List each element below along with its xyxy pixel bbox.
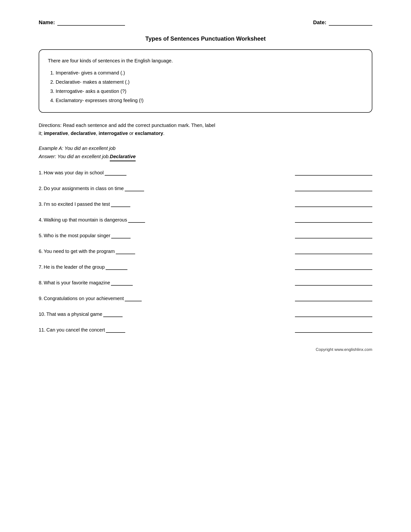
example-block: Example A: You did an excellent job Answ… (39, 144, 372, 161)
exercise-left: 2. Do your assignments in class on time (39, 186, 144, 191)
exercise-item: 6. You need to get with the program (39, 249, 372, 254)
date-label: Date: (313, 19, 326, 26)
exercise-text: That was a physical game (47, 312, 102, 317)
directions-line1: Directions: Read each sentence and add t… (39, 123, 215, 128)
info-box: There are four kinds of sentences in the… (39, 49, 372, 113)
label-blank (295, 316, 372, 317)
directions-imperative: imperative (44, 131, 68, 136)
label-blank (295, 175, 372, 176)
exercise-number: 1. (39, 170, 43, 176)
example-line2: Answer: You did an excellent job. Declar… (39, 152, 372, 161)
directions-interrogative: interrogative (99, 131, 128, 136)
list-item: 2. Declarative- makes a statement (.) (50, 78, 363, 86)
label-blank (295, 222, 372, 223)
punctuation-blank (111, 238, 131, 238)
exercise-left: 8. What is your favorite magazine (39, 280, 133, 285)
punctuation-blank (128, 222, 145, 223)
exercise-left: 3. I'm so excited I passed the test (39, 201, 130, 207)
date-line (329, 25, 372, 26)
punctuation-blank (106, 332, 125, 333)
example-line1: Example A: You did an excellent job (39, 144, 372, 152)
exercise-item: 3. I'm so excited I passed the test (39, 201, 372, 207)
exercise-item: 8. What is your favorite magazine (39, 280, 372, 285)
directions-or: or (128, 131, 135, 136)
exercise-left: 10. That was a physical game (39, 312, 122, 317)
exercise-item: 1. How was your day in school (39, 170, 372, 176)
exercise-item: 10. That was a physical game (39, 312, 372, 317)
name-field: Name: (39, 19, 125, 26)
name-line (57, 25, 125, 26)
directions-declarative: declarative (71, 131, 96, 136)
list-item: 3. Interrogative- asks a question (?) (50, 87, 363, 95)
exercise-number: 10. (39, 312, 46, 317)
exercise-text: I'm so excited I passed the test (44, 201, 110, 207)
exercise-number: 3. (39, 201, 43, 207)
punctuation-blank (106, 269, 127, 270)
exercise-text: Congratulations on your achievement (44, 296, 124, 301)
directions-exclamatory: exclamatory (135, 131, 163, 136)
name-label: Name: (39, 19, 55, 26)
label-blank (295, 238, 372, 238)
punctuation-blank (111, 285, 133, 285)
exercise-number: 6. (39, 249, 43, 254)
copyright: Copyright www.englishlinx.com (39, 347, 372, 352)
list-item: 1. Imperative- gives a command (.) (50, 69, 363, 77)
sentence-types-list: 1. Imperative- gives a command (.) 2. De… (48, 69, 363, 104)
exercise-text: How was your day in school (44, 170, 104, 176)
label-blank (295, 285, 372, 285)
label-blank (295, 207, 372, 207)
exercise-number: 7. (39, 264, 43, 270)
directions-end: . (163, 131, 165, 136)
exercise-number: 4. (39, 217, 43, 223)
punctuation-blank (125, 191, 144, 191)
exercise-item: 2. Do your assignments in class on time (39, 186, 372, 191)
exercise-text: Can you cancel the concert (47, 327, 105, 333)
exercise-item: 11. Can you cancel the concert (39, 327, 372, 333)
exercise-list: 1. How was your day in school 2. Do your… (39, 170, 372, 333)
example-answer-plain: Answer: You did an excellent job. (39, 154, 110, 159)
directions: Directions: Read each sentence and add t… (39, 121, 372, 137)
directions-sep1: , (68, 131, 71, 136)
exercise-item: 4. Walking up that mountain is dangerous (39, 217, 372, 223)
exercise-number: 9. (39, 296, 43, 301)
exercise-left: 5. Who is the most popular singer (39, 233, 131, 238)
exercise-left: 11. Can you cancel the concert (39, 327, 125, 333)
exercise-number: 11. (39, 327, 46, 333)
exercise-number: 5. (39, 233, 43, 238)
label-blank (295, 301, 372, 301)
list-item: 4. Exclamatory- expresses strong feeling… (50, 96, 363, 104)
info-intro: There are four kinds of sentences in the… (48, 57, 363, 65)
exercise-text: Do your assignments in class on time (44, 186, 124, 191)
punctuation-blank (103, 316, 122, 317)
example-answer-label: Declarative (110, 152, 136, 161)
exercise-text: What is your favorite magazine (44, 280, 110, 285)
label-blank (295, 332, 372, 333)
label-blank (295, 254, 372, 254)
exercise-text: Who is the most popular singer (44, 233, 111, 238)
exercise-number: 8. (39, 280, 43, 285)
exercise-left: 7. He is the leader of the group (39, 264, 127, 270)
exercise-item: 7. He is the leader of the group (39, 264, 372, 270)
exercise-left: 9. Congratulations on your achievement (39, 296, 142, 301)
exercise-left: 4. Walking up that mountain is dangerous (39, 217, 145, 223)
exercise-left: 1. How was your day in school (39, 170, 126, 176)
label-blank (295, 269, 372, 270)
exercise-item: 5. Who is the most popular singer (39, 233, 372, 238)
exercise-number: 2. (39, 186, 43, 191)
directions-it: it; (39, 131, 44, 136)
punctuation-blank (111, 207, 130, 207)
directions-sep2: , (96, 131, 99, 136)
date-field: Date: (313, 19, 372, 26)
exercise-text: You need to get with the program (44, 249, 115, 254)
punctuation-blank (125, 301, 142, 301)
exercise-item: 9. Congratulations on your achievement (39, 296, 372, 301)
punctuation-blank (116, 254, 135, 254)
label-blank (295, 191, 372, 191)
worksheet-header: Name: Date: (39, 19, 372, 26)
punctuation-blank (105, 175, 126, 176)
exercise-left: 6. You need to get with the program (39, 249, 135, 254)
exercise-text: He is the leader of the group (44, 264, 105, 270)
exercise-text: Walking up that mountain is dangerous (44, 217, 127, 223)
worksheet-title: Types of Sentences Punctuation Worksheet (39, 35, 372, 42)
